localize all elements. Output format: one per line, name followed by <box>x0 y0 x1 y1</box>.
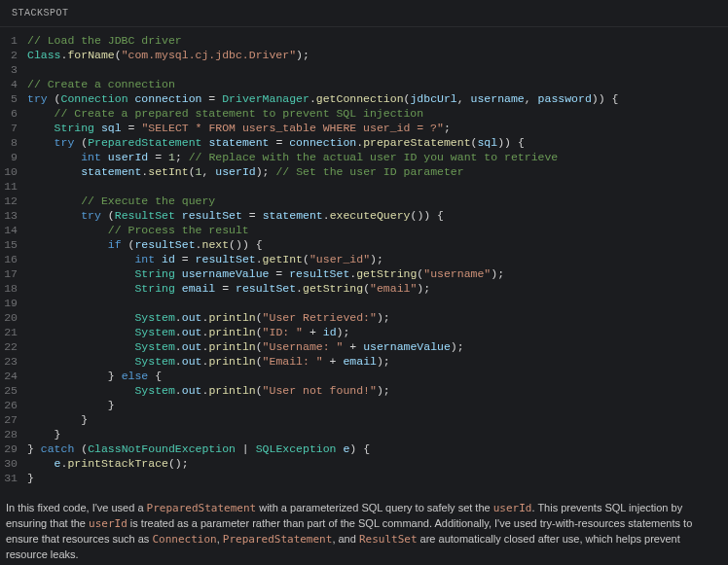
code-line: 7 String sql = "SELECT * FROM users_tabl… <box>0 121 728 135</box>
code-content: } catch (ClassNotFoundException | SQLExc… <box>27 441 728 456</box>
line-number: 3 <box>0 62 27 77</box>
explain-text: In this fixed code, I've used a <box>6 502 147 513</box>
code-line: 5try (Connection connection = DriverMana… <box>0 91 728 106</box>
code-content: // Execute the query <box>27 194 728 208</box>
app-header: STACKSPOT <box>0 0 728 27</box>
code-content: try (ResultSet resultSet = statement.exe… <box>27 208 728 223</box>
explain-code: PreparedStatement <box>223 533 333 546</box>
line-number: 22 <box>0 339 27 354</box>
code-line: 18 String email = resultSet.getString("e… <box>0 281 728 296</box>
code-line: 29} catch (ClassNotFoundException | SQLE… <box>0 441 728 456</box>
code-content: } else { <box>27 369 728 383</box>
code-content: String usernameValue = resultSet.getStri… <box>27 266 728 281</box>
app-title: STACKSPOT <box>12 8 69 18</box>
line-number: 2 <box>0 48 27 62</box>
code-line: 13 try (ResultSet resultSet = statement.… <box>0 208 728 223</box>
explain-code: ResultSet <box>359 533 418 546</box>
code-content: statement.setInt(1, userId); // Set the … <box>27 164 728 179</box>
code-line: 11 <box>0 179 728 194</box>
code-content: Class.forName("com.mysql.cj.jdbc.Driver"… <box>27 48 728 62</box>
explain-code: Connection <box>152 533 216 546</box>
explain-code: userId <box>89 517 127 530</box>
code-line: 17 String usernameValue = resultSet.getS… <box>0 266 728 281</box>
code-line: 16 int id = resultSet.getInt("user_id"); <box>0 252 728 266</box>
code-content: try (Connection connection = DriverManag… <box>27 91 728 106</box>
code-line: 25 System.out.println("User not found!")… <box>0 383 728 398</box>
line-number: 14 <box>0 223 27 237</box>
code-content: System.out.println("ID: " + id); <box>27 325 728 339</box>
explain-code: userId <box>493 502 532 514</box>
code-content: // Load the JDBC driver <box>27 33 728 48</box>
code-content: System.out.println("Username: " + userna… <box>27 339 728 354</box>
code-content <box>27 62 728 77</box>
code-content: // Create a connection <box>27 77 728 91</box>
code-content: int userId = 1; // Replace with the actu… <box>27 150 728 164</box>
line-number: 25 <box>0 383 27 398</box>
code-content <box>27 296 728 310</box>
code-content <box>27 179 728 194</box>
line-number: 30 <box>0 456 27 471</box>
code-line: 22 System.out.println("Username: " + use… <box>0 339 728 354</box>
code-line: 23 System.out.println("Email: " + email)… <box>0 354 728 369</box>
explanation-text: In this fixed code, I've used a Prepared… <box>0 495 728 565</box>
code-line: 9 int userId = 1; // Replace with the ac… <box>0 150 728 164</box>
code-line: 19 <box>0 296 728 310</box>
line-number: 20 <box>0 310 27 325</box>
code-content: } <box>27 471 728 485</box>
line-number: 5 <box>0 91 27 106</box>
code-content: e.printStackTrace(); <box>27 456 728 471</box>
line-number: 8 <box>0 135 27 150</box>
line-number: 26 <box>0 398 27 412</box>
explain-text: with a parameterized SQL query to safely… <box>256 502 493 513</box>
code-line: 24 } else { <box>0 369 728 383</box>
code-line: 4// Create a connection <box>0 77 728 91</box>
code-block: 1// Load the JDBC driver2Class.forName("… <box>0 27 728 495</box>
code-line: 27 } <box>0 412 728 427</box>
line-number: 11 <box>0 179 27 194</box>
code-content: } <box>27 398 728 412</box>
line-number: 17 <box>0 266 27 281</box>
line-number: 12 <box>0 194 27 208</box>
code-line: 2Class.forName("com.mysql.cj.jdbc.Driver… <box>0 48 728 62</box>
code-line: 28 } <box>0 427 728 441</box>
explain-code: PreparedStatement <box>147 502 257 514</box>
line-number: 21 <box>0 325 27 339</box>
line-number: 27 <box>0 412 27 427</box>
code-content: // Create a prepared statement to preven… <box>27 106 728 121</box>
code-content: int id = resultSet.getInt("user_id"); <box>27 252 728 266</box>
code-line: 20 System.out.println("User Retrieved:")… <box>0 310 728 325</box>
code-content: } <box>27 412 728 427</box>
code-line: 12 // Execute the query <box>0 194 728 208</box>
code-content: System.out.println("User not found!"); <box>27 383 728 398</box>
code-content: System.out.println("Email: " + email); <box>27 354 728 369</box>
code-content: // Process the result <box>27 223 728 237</box>
code-line: 10 statement.setInt(1, userId); // Set t… <box>0 164 728 179</box>
explain-text: , and <box>332 533 359 545</box>
line-number: 19 <box>0 296 27 310</box>
code-line: 26 } <box>0 398 728 412</box>
code-content: String sql = "SELECT * FROM users_table … <box>27 121 728 135</box>
code-content: if (resultSet.next()) { <box>27 237 728 252</box>
line-number: 1 <box>0 33 27 48</box>
code-line: 31} <box>0 471 728 485</box>
line-number: 9 <box>0 150 27 164</box>
line-number: 15 <box>0 237 27 252</box>
line-number: 23 <box>0 354 27 369</box>
line-number: 16 <box>0 252 27 266</box>
line-number: 24 <box>0 369 27 383</box>
line-number: 7 <box>0 121 27 135</box>
line-number: 10 <box>0 164 27 179</box>
line-number: 18 <box>0 281 27 296</box>
code-content: } <box>27 427 728 441</box>
line-number: 28 <box>0 427 27 441</box>
line-number: 31 <box>0 471 27 485</box>
code-line: 3 <box>0 62 728 77</box>
line-number: 4 <box>0 77 27 91</box>
code-line: 14 // Process the result <box>0 223 728 237</box>
code-line: 30 e.printStackTrace(); <box>0 456 728 471</box>
code-line: 21 System.out.println("ID: " + id); <box>0 325 728 339</box>
code-content: try (PreparedStatement statement = conne… <box>27 135 728 150</box>
code-content: System.out.println("User Retrieved:"); <box>27 310 728 325</box>
code-line: 8 try (PreparedStatement statement = con… <box>0 135 728 150</box>
code-line: 15 if (resultSet.next()) { <box>0 237 728 252</box>
